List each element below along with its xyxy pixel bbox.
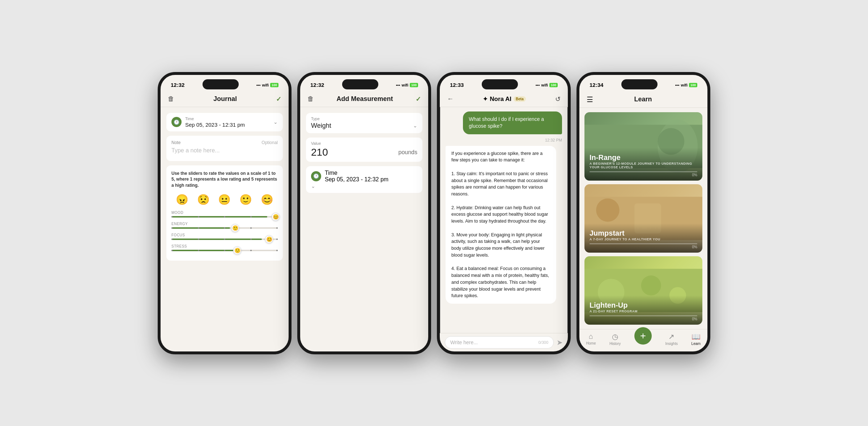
course-card-lighten[interactable]: Lighten-Up A 21-DAY RESET PROGRAM 0% (584, 256, 702, 325)
meas-time-inner: 🕐 Time Sep 05, 2023 - 12:32 pm (311, 170, 417, 183)
time-section[interactable]: 🕐 Time Sep 05, 2023 - 12:31 pm ⌄ (166, 113, 283, 131)
rating-section: Use the sliders to rate the values on a … (166, 165, 283, 261)
focus-track[interactable]: 😊 (171, 239, 278, 240)
dot (276, 250, 278, 251)
value-field-section[interactable]: Value 210 pounds (306, 138, 422, 162)
journal-nav: 🗑 Journal ✓ (161, 92, 289, 107)
energy-track[interactable]: 🙂 (171, 227, 278, 229)
dynamic-island-3 (482, 79, 518, 89)
checkmark-icon-2[interactable]: ✓ (416, 95, 421, 103)
dot (198, 216, 199, 218)
tab-learn-label: Learn (692, 342, 701, 346)
hamburger-icon[interactable]: ☰ (587, 95, 593, 104)
meas-time-label: Time (325, 170, 388, 176)
dot (276, 227, 278, 229)
insights-icon: ↗ (668, 332, 675, 341)
progress-track-jumpstart (590, 243, 697, 244)
tab-home-label: Home (586, 341, 596, 345)
plus-icon: + (640, 330, 646, 342)
clock-icon: 🕐 (171, 117, 182, 127)
course-subtitle-inrange: A BEGINNER'S 12-MODULE JOURNEY TO UNDERS… (590, 162, 697, 169)
course-card-inrange[interactable]: In-Range A BEGINNER'S 12-MODULE JOURNEY … (584, 112, 702, 181)
home-icon: ⌂ (589, 332, 593, 341)
course-card-jumpstart[interactable]: Jumpstart A 7-DAY JOURNEY TO A HEALTHIER… (584, 184, 702, 253)
dot (224, 250, 225, 251)
trash-icon[interactable]: 🗑 (168, 95, 174, 103)
emoji-5[interactable]: 😊 (261, 194, 273, 206)
chat-placeholder: Write here... (450, 339, 478, 345)
rating-instruction: Use the sliders to rate the values on a … (171, 170, 278, 189)
emoji-3[interactable]: 😐 (218, 194, 231, 206)
type-field-value: Weight (311, 122, 331, 130)
mood-slider-group: MOOD 😊 (171, 211, 278, 218)
tab-add-button[interactable]: + (634, 327, 652, 345)
meas-time-details: Time Sep 05, 2023 - 12:32 pm (325, 170, 388, 183)
tab-insights[interactable]: ↗ Insights (665, 332, 678, 346)
status-time-2: 12:32 (310, 82, 324, 88)
value-number: 210 (311, 147, 328, 158)
progress-label-inrange: 0% (590, 173, 697, 177)
back-icon[interactable]: ← (447, 95, 454, 103)
chat-input-field[interactable]: Write here... 0/300 (445, 336, 554, 349)
phone-nora-ai: 12:33 ▪▪▪ wifi 100 ← ✦ Nora AI Beta ↺ Wh… (437, 72, 571, 354)
emoji-4[interactable]: 🙂 (239, 194, 252, 206)
stress-thumb[interactable]: 🙂 (233, 246, 241, 254)
beta-badge: Beta (514, 96, 526, 102)
status-bar-4: 12:34 ▪▪▪ wifi 100 (579, 75, 707, 92)
type-chevron-icon: ⌄ (413, 123, 417, 128)
measurement-nav: 🗑 Add Measurement ✓ (300, 92, 428, 107)
dot (198, 227, 199, 229)
learn-nav: ☰ Learn (579, 92, 707, 108)
learn-icon: 📖 (692, 332, 701, 341)
learn-title: Learn (634, 96, 652, 103)
dot (171, 239, 173, 240)
course-subtitle-lighten: A 21-DAY RESET PROGRAM (590, 309, 697, 313)
mood-track[interactable]: 😊 (171, 216, 278, 218)
emoji-2[interactable]: 😟 (197, 194, 210, 206)
refresh-icon[interactable]: ↺ (555, 95, 561, 103)
chat-input-bar[interactable]: Write here... 0/300 ➤ (440, 333, 568, 351)
wifi-icon: wifi (681, 83, 688, 87)
signal-icon: ▪▪▪ (256, 83, 261, 87)
phone-measurement: 12:32 ▪▪▪ wifi 100 🗑 Add Measurement ✓ T… (297, 72, 431, 354)
dot (276, 239, 278, 240)
spark-icon: ✦ (483, 96, 488, 102)
dynamic-island-2 (342, 79, 378, 89)
trash-icon-2[interactable]: 🗑 (307, 95, 314, 103)
focus-label: FOCUS (171, 233, 278, 237)
note-optional: Optional (261, 140, 278, 145)
dynamic-island-4 (621, 79, 658, 89)
tab-home[interactable]: ⌂ Home (586, 332, 596, 345)
energy-label: ENERGY (171, 222, 278, 226)
emoji-1[interactable]: 😠 (176, 194, 188, 206)
dot (198, 239, 199, 240)
user-message-bubble: What should I do if I experience a gluco… (463, 111, 562, 134)
dot (250, 227, 252, 229)
ai-response-bubble: If you experience a glucose spike, there… (446, 146, 556, 304)
tab-learn[interactable]: 📖 Learn (692, 332, 701, 346)
stress-track[interactable]: 🙂 (171, 250, 278, 251)
energy-thumb[interactable]: 🙂 (231, 224, 239, 232)
type-field-section[interactable]: Type Weight ⌄ (306, 113, 422, 133)
progress-track-inrange (590, 171, 697, 172)
dot (250, 216, 252, 218)
tab-history[interactable]: ◷ History (609, 332, 621, 346)
tab-insights-label: Insights (665, 342, 678, 346)
energy-dots (171, 227, 278, 229)
meas-time-chevron: ⌄ (311, 183, 315, 189)
note-label: Note (171, 140, 180, 145)
focus-thumb[interactable]: 😊 (265, 235, 273, 243)
progress-track-lighten (590, 315, 697, 316)
send-button[interactable]: ➤ (557, 338, 563, 347)
progress-label-lighten: 0% (590, 317, 697, 321)
dot (250, 239, 252, 240)
value-field-label: Value (311, 141, 417, 145)
tab-bar: ⌂ Home ◷ History + ↗ Insights 📖 Learn (579, 329, 707, 351)
checkmark-icon[interactable]: ✓ (276, 95, 281, 103)
time-inner: 🕐 Time Sep 05, 2023 - 12:31 pm (171, 117, 245, 128)
measurement-time-section[interactable]: 🕐 Time Sep 05, 2023 - 12:32 pm ⌄ (306, 166, 422, 193)
svg-point-4 (596, 198, 619, 222)
note-section[interactable]: Note Optional Type a note here... (166, 136, 283, 161)
wifi-icon: wifi (262, 83, 269, 87)
mood-thumb[interactable]: 😊 (272, 213, 280, 221)
